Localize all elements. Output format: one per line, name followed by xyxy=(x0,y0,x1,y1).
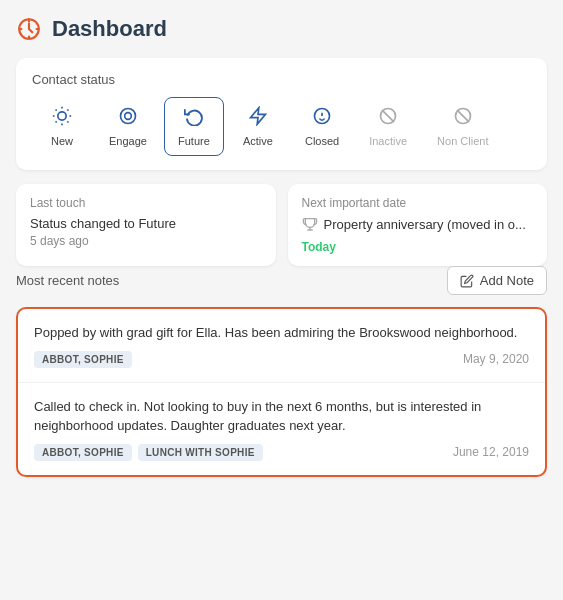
tab-closed[interactable]: Closed xyxy=(292,97,352,156)
tab-engage[interactable]: Engage xyxy=(96,97,160,156)
tab-inactive-label: Inactive xyxy=(369,135,407,147)
svg-line-3 xyxy=(56,110,57,111)
tab-engage-label: Engage xyxy=(109,135,147,147)
closed-icon xyxy=(312,106,332,131)
active-icon xyxy=(248,106,268,131)
svg-line-4 xyxy=(67,121,68,122)
next-date-event: Property anniversary (moved in o... xyxy=(324,217,526,232)
note-text-1: Popped by with grad gift for Ella. Has b… xyxy=(34,323,529,343)
notes-header: Most recent notes Add Note xyxy=(16,266,547,295)
add-note-button[interactable]: Add Note xyxy=(447,266,547,295)
tab-future[interactable]: Future xyxy=(164,97,224,156)
note-item-1: Popped by with grad gift for Ella. Has b… xyxy=(18,309,545,382)
tag-1-1: LUNCH WITH SOPHIE xyxy=(138,444,263,461)
svg-line-8 xyxy=(67,110,68,111)
tab-future-label: Future xyxy=(178,135,210,147)
svg-point-0 xyxy=(58,112,66,120)
engage-icon xyxy=(118,106,138,131)
new-icon xyxy=(52,106,72,131)
svg-line-7 xyxy=(56,121,57,122)
note-footer-2: ABBOT, SOPHIE LUNCH WITH SOPHIE June 12,… xyxy=(34,444,529,461)
inactive-icon xyxy=(378,106,398,131)
tab-inactive[interactable]: Inactive xyxy=(356,97,420,156)
tab-nonclient-label: Non Client xyxy=(437,135,488,147)
tab-new[interactable]: New xyxy=(32,97,92,156)
note-tags-2: ABBOT, SOPHIE LUNCH WITH SOPHIE xyxy=(34,444,263,461)
last-touch-status: Status changed to Future xyxy=(30,216,262,231)
svg-line-16 xyxy=(457,110,469,122)
svg-point-9 xyxy=(120,109,135,124)
tab-closed-label: Closed xyxy=(305,135,339,147)
next-date-label: Next important date xyxy=(302,196,534,210)
page-header: Dashboard xyxy=(16,16,547,42)
note-footer-1: ABBOT, SOPHIE May 9, 2020 xyxy=(34,351,529,368)
note-item-2: Called to check in. Not looking to buy i… xyxy=(18,383,545,475)
note-text-2: Called to check in. Not looking to buy i… xyxy=(34,397,529,436)
status-tabs: New Engage Future Active Closed xyxy=(32,97,531,156)
info-row: Last touch Status changed to Future 5 da… xyxy=(16,184,547,266)
contact-status-label: Contact status xyxy=(32,72,531,87)
note-date-1: May 9, 2020 xyxy=(463,352,529,366)
contact-status-card: Contact status New Engage Future Active xyxy=(16,58,547,170)
tab-active-label: Active xyxy=(243,135,273,147)
add-note-label: Add Note xyxy=(480,273,534,288)
edit-icon xyxy=(460,274,474,288)
tab-nonclient[interactable]: Non Client xyxy=(424,97,501,156)
tag-0-0: ABBOT, SOPHIE xyxy=(34,351,132,368)
tag-1-0: ABBOT, SOPHIE xyxy=(34,444,132,461)
note-date-2: June 12, 2019 xyxy=(453,445,529,459)
dashboard-icon xyxy=(16,16,42,42)
last-touch-card: Last touch Status changed to Future 5 da… xyxy=(16,184,276,266)
note-tags-1: ABBOT, SOPHIE xyxy=(34,351,132,368)
future-icon xyxy=(184,106,204,131)
notes-list: Popped by with grad gift for Ella. Has b… xyxy=(16,307,547,477)
next-date-event-row: Property anniversary (moved in o... xyxy=(302,216,534,236)
notes-section-label: Most recent notes xyxy=(16,273,119,288)
next-date-value: Today xyxy=(302,240,534,254)
tab-new-label: New xyxy=(51,135,73,147)
tab-active[interactable]: Active xyxy=(228,97,288,156)
last-touch-label: Last touch xyxy=(30,196,262,210)
trophy-icon xyxy=(302,216,318,236)
page-title: Dashboard xyxy=(52,16,167,42)
notes-section: Most recent notes Add Note Popped by wit… xyxy=(16,266,547,477)
last-touch-time: 5 days ago xyxy=(30,234,262,248)
next-date-card: Next important date Property anniversary… xyxy=(288,184,548,266)
svg-line-14 xyxy=(382,110,394,122)
nonclient-icon xyxy=(453,106,473,131)
svg-point-10 xyxy=(125,113,132,120)
